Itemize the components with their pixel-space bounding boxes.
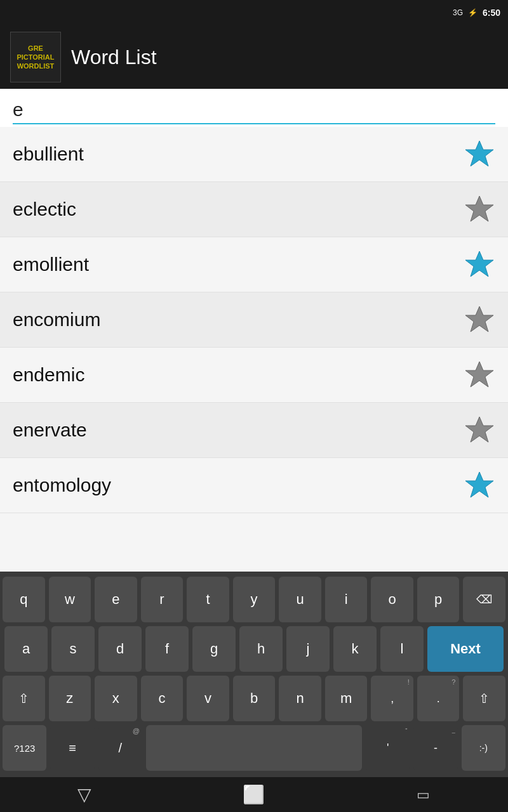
key-z[interactable]: z xyxy=(49,676,91,721)
word-text: endemic xyxy=(13,364,84,386)
nav-bar: ▽ ⬜ ▭ xyxy=(0,777,508,812)
word-text: encomium xyxy=(13,309,100,331)
status-bar: 3G ⚡ 6:50 xyxy=(0,0,508,25)
search-area xyxy=(0,89,508,127)
key-a[interactable]: a xyxy=(4,626,48,672)
star-icon-enervate[interactable] xyxy=(464,414,495,446)
key-w[interactable]: w xyxy=(49,577,91,622)
key-s[interactable]: s xyxy=(51,626,95,672)
recents-nav-icon[interactable]: ▭ xyxy=(404,782,443,808)
app-title: Word List xyxy=(71,46,157,69)
svg-marker-4 xyxy=(465,362,493,387)
word-list: ebullient eclectic emollient encomium en… xyxy=(0,127,508,513)
word-text: emollient xyxy=(13,254,89,275)
key-d[interactable]: d xyxy=(98,626,142,672)
app-logo: GRE PICTORIAL WORDLIST xyxy=(10,32,61,82)
key-j[interactable]: j xyxy=(286,626,330,672)
key-comma[interactable]: ,! xyxy=(371,676,413,721)
keyboard-row-3: ⇧ z x c v b n m ,! .? ⇧ xyxy=(3,676,505,721)
star-icon-ebullient[interactable] xyxy=(464,138,495,170)
word-text: eclectic xyxy=(13,199,76,220)
key-f[interactable]: f xyxy=(145,626,189,672)
svg-marker-1 xyxy=(465,196,493,221)
key-y[interactable]: y xyxy=(233,577,276,622)
list-item[interactable]: entomology xyxy=(0,458,508,513)
next-button[interactable]: Next xyxy=(427,626,504,672)
shift-right-key[interactable]: ⇧ xyxy=(463,676,505,721)
key-m[interactable]: m xyxy=(325,676,368,721)
key-e[interactable]: e xyxy=(95,577,137,622)
keyboard-row-1: q w e r t y u i o p ⌫ xyxy=(3,577,505,622)
svg-marker-5 xyxy=(465,417,493,442)
settings-key[interactable]: ≡ xyxy=(50,725,94,771)
svg-marker-3 xyxy=(465,306,493,332)
list-item[interactable]: encomium xyxy=(0,292,508,348)
back-nav-icon[interactable]: ▽ xyxy=(65,782,104,808)
key-period[interactable]: .? xyxy=(417,676,460,721)
search-input[interactable] xyxy=(13,96,495,124)
keyboard-row-4: ?123 ≡ @/ '" -_ :-) xyxy=(3,725,505,771)
keyboard: q w e r t y u i o p ⌫ a s d f g h j k l … xyxy=(0,572,508,777)
word-text: ebullient xyxy=(13,143,84,165)
backspace-key[interactable]: ⌫ xyxy=(463,577,505,622)
key-n[interactable]: n xyxy=(279,676,321,721)
signal-icon: 3G xyxy=(453,8,463,17)
space-key[interactable] xyxy=(146,725,362,771)
key-o[interactable]: o xyxy=(371,577,413,622)
apostrophe-key[interactable]: '" xyxy=(366,725,410,771)
key-k[interactable]: k xyxy=(333,626,377,672)
key-h[interactable]: h xyxy=(239,626,283,672)
home-nav-icon[interactable]: ⬜ xyxy=(235,782,273,808)
key-u[interactable]: u xyxy=(279,577,321,622)
star-icon-eclectic[interactable] xyxy=(464,193,495,225)
list-item[interactable]: endemic xyxy=(0,348,508,403)
emoji-key[interactable]: :-) xyxy=(462,725,505,771)
slash-key[interactable]: @/ xyxy=(98,725,142,771)
star-icon-endemic[interactable] xyxy=(464,359,495,391)
key-q[interactable]: q xyxy=(3,577,45,622)
clock: 6:50 xyxy=(483,8,500,18)
battery-icon: ⚡ xyxy=(468,8,478,17)
star-icon-encomium[interactable] xyxy=(464,304,495,336)
list-item[interactable]: ebullient xyxy=(0,127,508,182)
key-p[interactable]: p xyxy=(417,577,460,622)
shift-left-key[interactable]: ⇧ xyxy=(3,676,45,721)
list-item[interactable]: eclectic xyxy=(0,182,508,237)
key-l[interactable]: l xyxy=(380,626,424,672)
svg-marker-6 xyxy=(465,472,493,497)
star-icon-emollient[interactable] xyxy=(464,249,495,280)
key-r[interactable]: r xyxy=(141,577,184,622)
word-text: entomology xyxy=(13,475,111,496)
key-x[interactable]: x xyxy=(95,676,137,721)
dash-key[interactable]: -_ xyxy=(413,725,457,771)
key-t[interactable]: t xyxy=(187,577,229,622)
symbol-key[interactable]: ?123 xyxy=(3,725,46,771)
star-icon-entomology[interactable] xyxy=(464,469,495,501)
svg-marker-0 xyxy=(465,141,493,166)
key-i[interactable]: i xyxy=(325,577,368,622)
svg-marker-2 xyxy=(465,251,493,277)
key-v[interactable]: v xyxy=(187,676,229,721)
key-g[interactable]: g xyxy=(192,626,236,672)
key-b[interactable]: b xyxy=(233,676,276,721)
list-item[interactable]: emollient xyxy=(0,237,508,292)
word-text: enervate xyxy=(13,419,87,441)
app-bar: GRE PICTORIAL WORDLIST Word List xyxy=(0,25,508,89)
keyboard-row-2: a s d f g h j k l Next xyxy=(3,626,505,672)
key-c[interactable]: c xyxy=(141,676,184,721)
list-item[interactable]: enervate xyxy=(0,403,508,458)
